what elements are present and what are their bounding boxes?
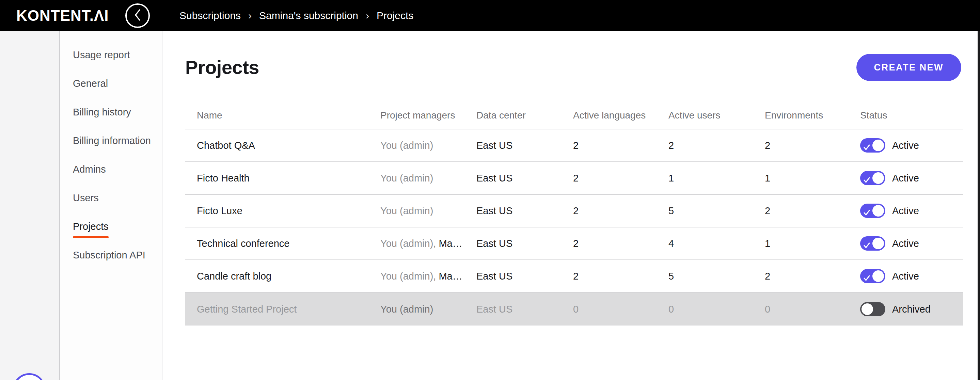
toggle-knob: [872, 238, 884, 249]
project-managers-cell: You (admin): [380, 304, 476, 315]
column-header-environments: Environments: [765, 110, 860, 121]
environments-cell: 0: [765, 304, 860, 315]
active-languages-cell: 2: [573, 140, 668, 151]
main-content: Projects CREATE NEW Name Project manager…: [163, 31, 978, 380]
chevron-left-icon: [133, 8, 142, 23]
back-button[interactable]: [125, 3, 150, 28]
column-header-name: Name: [185, 110, 380, 121]
table-row[interactable]: Ficto Health You (admin) East US 2 1 1 A…: [185, 162, 963, 195]
status-toggle[interactable]: [860, 236, 885, 251]
status-cell: Archived: [860, 302, 963, 316]
active-languages-cell: 2: [573, 173, 668, 184]
data-center-cell: East US: [476, 271, 573, 282]
checkmark-icon: [863, 273, 871, 284]
project-managers-cell: You (admin): [380, 173, 476, 184]
projects-table: Name Project managers Data center Active…: [185, 102, 963, 326]
chat-button[interactable]: [13, 373, 46, 380]
breadcrumb-item-projects: Projects: [377, 10, 414, 21]
status-toggle[interactable]: [860, 204, 885, 218]
sidebar-item-usage-report[interactable]: Usage report: [73, 48, 155, 62]
status-cell: Active: [860, 236, 963, 251]
active-users-cell: 4: [668, 238, 765, 249]
environments-cell: 1: [765, 238, 860, 249]
active-users-cell: 5: [668, 271, 765, 282]
sidebar-item-billing-history[interactable]: Billing history: [73, 105, 155, 119]
active-languages-cell: 0: [573, 304, 668, 315]
sidebar-item-projects[interactable]: Projects: [73, 219, 155, 233]
sidebar-item-users[interactable]: Users: [73, 191, 155, 205]
checkmark-icon: [863, 207, 871, 219]
table-row[interactable]: Chatbot Q&A You (admin) East US 2 2 2 Ac…: [185, 129, 963, 162]
data-center-cell: East US: [476, 238, 573, 249]
active-languages-cell: 2: [573, 238, 668, 249]
breadcrumb-item-subscriptions[interactable]: Subscriptions: [180, 10, 241, 21]
table-header-row: Name Project managers Data center Active…: [185, 102, 963, 129]
environments-cell: 2: [765, 205, 860, 216]
sidebar-item-general[interactable]: General: [73, 76, 155, 90]
status-toggle[interactable]: [860, 138, 885, 153]
status-cell: Active: [860, 269, 963, 283]
data-center-cell: East US: [476, 173, 573, 184]
table-row[interactable]: Ficto Luxe You (admin) East US 2 5 2 Act…: [185, 195, 963, 227]
project-managers-cell: You (admin): [380, 140, 476, 151]
status-label: Archived: [892, 304, 931, 315]
sidebar-item-label: General: [73, 76, 108, 90]
column-header-project-managers: Project managers: [380, 110, 476, 121]
checkmark-icon: [863, 175, 871, 186]
project-name-cell: Technical conference: [185, 238, 380, 249]
table-row[interactable]: Technical conference You (admin), Ma… Ea…: [185, 227, 963, 260]
sidebar-item-subscription-api[interactable]: Subscription API: [73, 248, 155, 262]
project-name-cell: Ficto Health: [185, 173, 380, 184]
table-row[interactable]: Candle craft blog You (admin), Ma… East …: [185, 260, 963, 293]
toggle-knob: [872, 140, 884, 151]
status-toggle[interactable]: [860, 269, 885, 283]
toggle-knob: [862, 304, 873, 315]
status-label: Active: [892, 238, 919, 249]
checkmark-icon: [863, 240, 871, 251]
table-body: Chatbot Q&A You (admin) East US 2 2 2 Ac…: [185, 129, 963, 326]
status-toggle[interactable]: [860, 171, 885, 185]
status-label: Active: [892, 173, 919, 184]
sidebar-item-label: Billing history: [73, 105, 131, 119]
sidebar-item-label: Usage report: [73, 48, 130, 62]
active-users-cell: 1: [668, 173, 765, 184]
active-languages-cell: 2: [573, 205, 668, 216]
status-cell: Active: [860, 138, 963, 153]
environments-cell: 2: [765, 271, 860, 282]
project-name-cell: Ficto Luxe: [185, 205, 380, 216]
page-title: Projects: [185, 56, 259, 78]
toggle-knob: [872, 205, 884, 216]
column-header-status: Status: [860, 110, 963, 121]
sidebar-item-label: Projects: [73, 219, 109, 233]
project-managers-cell: You (admin), Ma…: [380, 271, 476, 282]
status-label: Active: [892, 205, 919, 216]
data-center-cell: East US: [476, 140, 573, 151]
sidebar-item-admins[interactable]: Admins: [73, 162, 155, 176]
sidebar-item-billing-information[interactable]: Billing information: [73, 134, 155, 148]
project-managers-cell: You (admin): [380, 205, 476, 216]
status-cell: Active: [860, 204, 963, 218]
status-toggle[interactable]: [860, 302, 885, 316]
toggle-knob: [872, 172, 884, 184]
data-center-cell: East US: [476, 304, 573, 315]
breadcrumb-separator-icon: ›: [248, 10, 251, 21]
status-label: Active: [892, 140, 919, 151]
table-row[interactable]: Getting Started Project You (admin) East…: [185, 293, 963, 326]
left-rail: [0, 31, 60, 380]
sidebar-item-label: Users: [73, 191, 99, 205]
data-center-cell: East US: [476, 205, 573, 216]
right-edge-divider: [978, 31, 980, 380]
status-cell: Active: [860, 171, 963, 185]
project-name-cell: Candle craft blog: [185, 271, 380, 282]
breadcrumb-item-samina-s-subscription[interactable]: Samina's subscription: [259, 10, 358, 21]
create-new-button[interactable]: CREATE NEW: [856, 54, 962, 81]
toggle-knob: [872, 270, 884, 282]
active-users-cell: 2: [668, 140, 765, 151]
checkmark-icon: [863, 142, 871, 153]
breadcrumb: Subscriptions › Samina's subscription › …: [180, 0, 414, 31]
project-name-cell: Getting Started Project: [185, 304, 380, 315]
kontent-ai-logo[interactable]: KONTENT.ΛI: [16, 0, 109, 31]
active-languages-cell: 2: [573, 271, 668, 282]
sidebar-item-label: Subscription API: [73, 248, 145, 262]
environments-cell: 2: [765, 140, 860, 151]
